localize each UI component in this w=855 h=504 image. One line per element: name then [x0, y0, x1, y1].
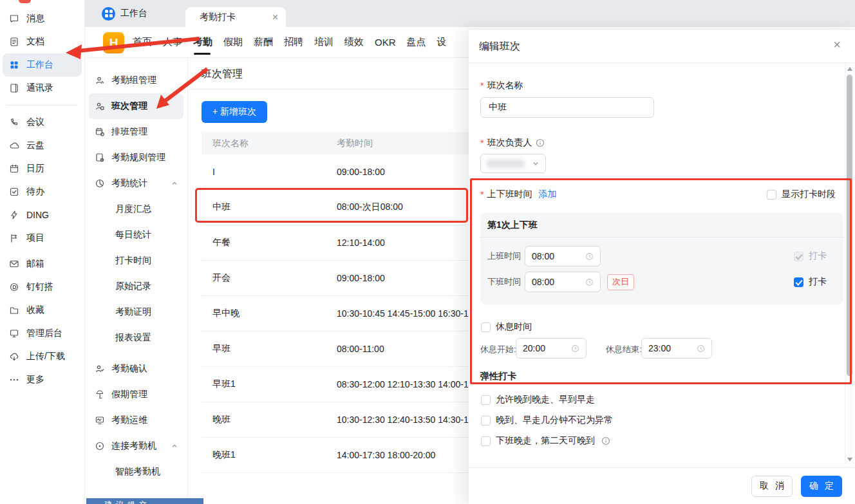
menu-item-connect-machine[interactable]: 连接考勤机	[89, 433, 183, 459]
nav-item-okr[interactable]: OKR	[375, 28, 396, 56]
rest-time-checkbox[interactable]	[481, 322, 491, 332]
clock-icon	[585, 252, 594, 261]
add-period-link[interactable]: 添加	[538, 189, 556, 200]
cell-shift-name: I	[212, 167, 337, 177]
menu-item-daily-stats[interactable]: 每日统计	[89, 222, 183, 248]
sidebar-item-mail[interactable]: 邮箱	[3, 252, 82, 275]
menu-item-attendance-confirm[interactable]: 考勤确认	[89, 356, 183, 382]
sidebar-item-contacts[interactable]: 通讯录	[3, 77, 82, 100]
cell-shift-name: 晚班	[212, 414, 337, 425]
sidebar-item-more[interactable]: 更多	[3, 368, 82, 391]
nav-item-hr[interactable]: 人事	[163, 28, 182, 57]
flex-option-1-checkbox[interactable]	[481, 395, 491, 405]
flex-option-label: 晚到、早走几分钟不记为异常	[496, 415, 613, 426]
col-header-shift-name: 班次名称	[212, 138, 337, 149]
menu-item-raw-records[interactable]: 原始记录	[89, 274, 183, 299]
rest-start-input[interactable]: 20:00	[516, 338, 587, 359]
menu-item-rules[interactable]: 考勤规则管理	[89, 145, 183, 171]
menu-item-monthly-summary[interactable]: 月度汇总	[89, 196, 183, 222]
sidebar-item-label: 通讯录	[26, 82, 53, 94]
sidebar-item-dingtalk-build[interactable]: 钉钉搭	[3, 275, 82, 299]
folder-icon	[9, 305, 19, 315]
chevron-down-icon	[532, 160, 540, 167]
shift-owner-label: * 班次负责人	[480, 137, 545, 149]
blurred-owner-name	[487, 160, 524, 168]
nav-item-performance[interactable]: 绩效	[344, 28, 364, 57]
sidebar-item-label: DING	[26, 210, 49, 220]
sidebar-item-admin[interactable]: 管理后台	[3, 322, 82, 345]
sidebar-item-meeting[interactable]: 会议	[3, 111, 82, 134]
work-slot-card: 第1次上下班 上班时间 08:00 打卡 下班时间 08:00 次日 打卡	[480, 213, 843, 304]
scrollbar-thumb[interactable]	[847, 75, 852, 376]
sidebar-item-label: 工作台	[26, 59, 53, 71]
sidebar-item-clouddrive[interactable]: 云盘	[3, 134, 82, 157]
scroll-up-arrow[interactable]	[847, 67, 852, 71]
shift-name-value: 中班	[489, 102, 507, 113]
sidebar-item-favorites[interactable]: 收藏	[3, 299, 82, 322]
cell-shift-name: 中班	[212, 201, 337, 213]
nav-item-home[interactable]: 首页	[133, 28, 152, 57]
menu-item-statistics[interactable]: 考勤统计	[89, 171, 183, 196]
show-period-checkbox[interactable]	[767, 190, 776, 200]
off-duty-punch-checkbox[interactable]	[794, 277, 803, 287]
punch-label: 打卡	[809, 276, 827, 288]
sidebar-item-messages[interactable]: 消息	[3, 7, 82, 30]
sidebar-item-todo[interactable]: 待办	[3, 180, 82, 203]
chevron-up-icon[interactable]	[171, 443, 178, 449]
flexible-punch-title: 弹性打卡	[480, 371, 516, 382]
required-mark: *	[480, 138, 484, 148]
on-duty-time-input[interactable]: 08:00	[525, 246, 601, 266]
cancel-button[interactable]: 取 消	[751, 476, 793, 497]
sidebar-item-label: 钉钉搭	[26, 281, 53, 293]
dialog-scrollbar[interactable]	[845, 64, 854, 465]
cell-shift-name: 早中晚	[212, 308, 337, 319]
menu-item-punch-time[interactable]: 打卡时间	[89, 248, 183, 274]
flex-option-2-checkbox[interactable]	[481, 416, 491, 425]
app-sidebar: 消息 文档 工作台 通讯录 会议 云盘 日历 待办 DING 项目 邮箱	[0, 0, 85, 504]
hr-app-logo[interactable]: H	[103, 32, 124, 53]
sidebar-item-project[interactable]: 项目	[3, 227, 82, 250]
sidebar-item-calendar[interactable]: 日历	[3, 157, 82, 180]
confirm-button[interactable]: 确 定	[801, 476, 842, 497]
nav-item-inventory[interactable]: 盘点	[407, 28, 426, 57]
menu-item-vacation-management[interactable]: 假期管理	[89, 382, 183, 407]
menu-item-attendance-ops[interactable]: 考勤运维	[89, 407, 183, 433]
nav-item-attendance[interactable]: 考勤	[193, 28, 212, 57]
document-gear-icon	[95, 153, 105, 163]
chevron-up-icon[interactable]	[171, 180, 178, 187]
off-duty-time-input[interactable]: 08:00	[525, 272, 601, 292]
sidebar-item-workbench[interactable]: 工作台	[3, 53, 82, 77]
nav-item-settings-clipped[interactable]: 设	[437, 28, 447, 57]
sidebar-item-transfer[interactable]: 上传/下载	[3, 345, 82, 368]
add-shift-button[interactable]: + 新增班次	[202, 101, 267, 123]
dialog-close-icon[interactable]: ×	[833, 38, 841, 51]
menu-item-shift-management[interactable]: 班次管理	[89, 93, 183, 119]
phone-icon	[9, 117, 19, 127]
worktime-label: * 上下班时间 添加	[480, 189, 556, 200]
tab-workbench[interactable]: 工作台	[102, 0, 147, 27]
calendar-clock-icon	[95, 127, 105, 137]
menu-item-report-settings[interactable]: 报表设置	[89, 325, 183, 351]
nav-item-training[interactable]: 培训	[314, 28, 334, 57]
shift-name-input[interactable]: 中班	[480, 97, 654, 118]
tab-close-icon[interactable]: ×	[272, 12, 278, 23]
menu-label: 报表设置	[115, 332, 151, 344]
tab-attendance-active[interactable]: 考勤打卡 ×	[185, 7, 286, 27]
nav-item-vacation[interactable]: 假期	[223, 28, 243, 57]
rest-end-input[interactable]: 23:00	[641, 338, 712, 359]
tab-workbench-label: 工作台	[120, 8, 147, 19]
sidebar-item-docs[interactable]: 文档	[3, 30, 82, 53]
scroll-down-arrow[interactable]	[847, 458, 852, 462]
menu-item-attendance-group[interactable]: 考勤组管理	[89, 68, 183, 93]
off-duty-punch: 打卡	[794, 276, 827, 288]
menu-item-attendance-proof[interactable]: 考勤证明	[89, 299, 183, 325]
flex-option-3-checkbox[interactable]	[481, 436, 491, 446]
flag-icon	[9, 233, 19, 243]
shift-owner-select[interactable]	[480, 154, 546, 173]
menu-label: 考勤统计	[111, 178, 147, 189]
sidebar-item-ding[interactable]: DING	[3, 203, 82, 227]
nav-item-salary[interactable]: 薪酬	[254, 28, 273, 57]
menu-item-smart-machine[interactable]: 智能考勤机	[89, 459, 183, 485]
nav-item-recruit[interactable]: 招聘	[284, 28, 303, 57]
menu-item-schedule[interactable]: 排班管理	[89, 119, 183, 145]
